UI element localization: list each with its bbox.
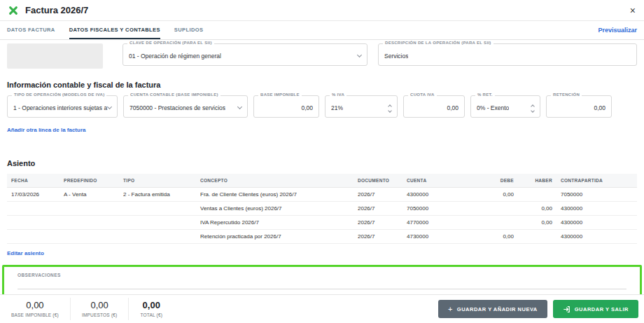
field-label: RETENCIÓN [551, 92, 582, 97]
edit-asiento-link[interactable]: Editar asiento [7, 250, 44, 256]
chevron-down-icon[interactable] [357, 52, 362, 57]
total-label: IMPUESTOS (€) [82, 312, 118, 317]
chevron-down-icon[interactable] [531, 109, 535, 113]
button-label: GUARDAR Y SALIR [575, 306, 629, 312]
iva-percent-stepper[interactable]: % IVA 21% [325, 95, 398, 118]
tab-suplidos[interactable]: SUPLIDOS [174, 21, 204, 39]
total-label: BASE IMPONIBLE (€) [11, 312, 59, 317]
field-label: % RET. [475, 92, 495, 97]
observaciones-input[interactable] [18, 279, 626, 289]
cell: 7050000 [556, 188, 637, 202]
cell: 2026/7 [354, 230, 402, 244]
footer-bar: 0,00 BASE IMPONIBLE (€) 0,00 IMPUESTOS (… [0, 294, 644, 323]
table-row: 17/03/2026 A - Venta 2 - Factura emitida… [7, 188, 637, 202]
field-label: CUENTA CONTABLE (BASE IMPONIBLE) [128, 92, 220, 97]
col-header: FECHA [7, 174, 59, 188]
total-base-imponible: 0,00 BASE IMPONIBLE (€) [0, 298, 71, 320]
cell: 0,00 [455, 188, 518, 202]
col-header: CONTRAPARTIDA [556, 174, 637, 188]
cell [7, 202, 59, 216]
table-row: IVA Repercutido 2026/7 2026/7 4770000 0,… [7, 216, 637, 230]
cell: 0,00 [455, 230, 518, 244]
invoice-modal: Factura 2026/7 × DATOS FACTURA DATOS FIS… [0, 0, 644, 323]
chevron-down-icon[interactable] [388, 109, 392, 113]
totals-summary: 0,00 BASE IMPONIBLE (€) 0,00 IMPUESTOS (… [0, 295, 174, 323]
field-value: Servicios [384, 53, 408, 60]
cell: 4730000 [402, 230, 455, 244]
cell: 7050000 [402, 202, 455, 216]
stepper-arrows[interactable] [531, 104, 534, 112]
cell: Retención practicada por 2026/7 [196, 230, 354, 244]
close-icon[interactable]: × [630, 6, 636, 15]
fiscal-fields-row: TIPO DE OPERACIÓN (MODELOS DE IVA) 1 - O… [7, 95, 637, 118]
cell [59, 230, 119, 244]
add-invoice-line-link[interactable]: Añadir otra línea de la factura [7, 127, 85, 133]
col-header: CONCEPTO [196, 174, 354, 188]
chevron-up-icon[interactable] [388, 104, 392, 109]
section-title-asiento: Asiento [7, 159, 637, 167]
base-imponible-input[interactable]: BASE IMPONIBLE 0,00 [253, 95, 319, 118]
field-label: DESCRIPCIÓN DE LA OPERACIÓN (PARA EL SII… [383, 41, 493, 45]
footer-buttons: + GUARDAR Y AÑADIR NUEVA GUARDAR Y SALIR [438, 300, 644, 318]
tab-datos-factura[interactable]: DATOS FACTURA [7, 21, 55, 39]
placeholder-box [7, 43, 103, 69]
col-header: PREDEFINIDO [59, 174, 119, 188]
cell: 2026/7 [354, 188, 402, 202]
field-value: 0% - Exento [477, 104, 509, 111]
window-header: Factura 2026/7 × [0, 0, 644, 21]
field-label: % IVA [330, 92, 346, 97]
table-header-row: FECHA PREDEFINIDO TIPO CONCEPTO DOCUMENT… [7, 174, 637, 188]
cell: 2026/7 [354, 202, 402, 216]
chevron-up-icon[interactable] [531, 104, 535, 109]
retencion-input[interactable]: RETENCIÓN 0,00 [546, 95, 612, 118]
cell [7, 216, 59, 230]
cell: 4300000 [556, 216, 637, 230]
total-total: 0,00 TOTAL (€) [129, 298, 174, 320]
cell: 4770000 [402, 216, 455, 230]
form-content: CLAVE DE OPERACIÓN (PARA EL SII) 01 - Op… [0, 40, 644, 297]
total-value: 0,00 [140, 301, 162, 310]
cell: IVA Repercutido 2026/7 [196, 216, 354, 230]
cell: 0,00 [518, 216, 556, 230]
field-value: 21% [331, 104, 343, 111]
tipo-operacion-select[interactable]: TIPO DE OPERACIÓN (MODELOS DE IVA) 1 - O… [7, 95, 118, 118]
clave-operacion-select[interactable]: CLAVE DE OPERACIÓN (PARA EL SII) 01 - Op… [122, 43, 368, 66]
cell [59, 216, 119, 230]
cell [119, 216, 196, 230]
field-value: 01 - Operación de régimen general [129, 53, 221, 60]
stepper-arrows[interactable] [388, 104, 391, 112]
col-header: HABER [518, 174, 556, 188]
cuenta-contable-select[interactable]: CUENTA CONTABLE (BASE IMPONIBLE) 7050000… [123, 95, 248, 118]
field-label: TIPO DE OPERACIÓN (MODELOS DE IVA) [12, 92, 106, 97]
cell [119, 202, 196, 216]
cell [119, 230, 196, 244]
cell: Ventas a Clientes (euros) 2026/7 [196, 202, 354, 216]
descripcion-operacion-field[interactable]: DESCRIPCIÓN DE LA OPERACIÓN (PARA EL SII… [378, 43, 637, 66]
cuota-iva-input[interactable]: CUOTA IVA 0,00 [403, 95, 465, 118]
tab-datos-fiscales[interactable]: DATOS FISCALES Y CONTABLES [69, 21, 160, 39]
asiento-table: FECHA PREDEFINIDO TIPO CONCEPTO DOCUMENT… [7, 174, 637, 244]
field-label: CLAVE DE OPERACIÓN (PARA EL SII) [127, 41, 214, 45]
cell [59, 202, 119, 216]
plus-icon: + [448, 305, 453, 313]
table-row: Retención practicada por 2026/7 2026/7 4… [7, 230, 637, 244]
total-label: TOTAL (€) [140, 312, 162, 317]
col-header: TIPO [119, 174, 196, 188]
col-header: DOCUMENTO [354, 174, 402, 188]
cell: 2026/7 [354, 216, 402, 230]
save-and-exit-button[interactable]: GUARDAR Y SALIR [553, 300, 638, 318]
preview-link[interactable]: Previsualizar [598, 27, 637, 34]
cell: 4300000 [402, 188, 455, 202]
cell [518, 230, 556, 244]
ret-percent-stepper[interactable]: % RET. 0% - Exento [470, 95, 540, 118]
section-title-fiscal: Información contable y fiscal de la fact… [7, 81, 637, 89]
cell [455, 202, 518, 216]
save-and-new-button[interactable]: + GUARDAR Y AÑADIR NUEVA [438, 300, 547, 318]
cell [455, 216, 518, 230]
field-value: 7050000 - Prestaciones de servicios [130, 104, 225, 111]
chevron-down-icon[interactable] [237, 104, 242, 109]
button-label: GUARDAR Y AÑADIR NUEVA [457, 306, 538, 312]
field-value: 1 - Operaciones interiores sujetas a I [13, 104, 108, 111]
field-value: 0,00 [447, 104, 458, 111]
chevron-down-icon[interactable] [107, 104, 112, 109]
